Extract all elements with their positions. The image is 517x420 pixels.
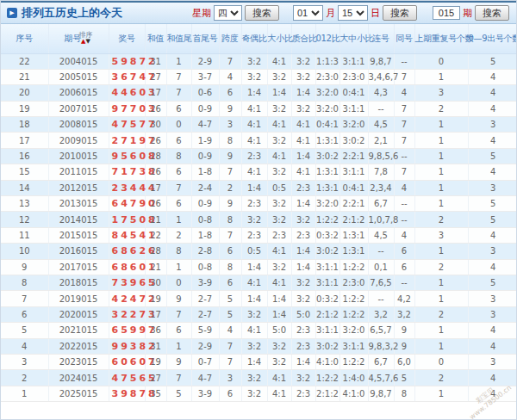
- cell-digit-count: 3: [468, 117, 517, 133]
- top-bar: ▶ 排列五历史上的今天 星期 四 搜索 01 月 15 日 搜索 期 搜索: [1, 1, 516, 24]
- cell-index: 15: [1, 164, 48, 180]
- cell-big-mid-small: 1:2:2: [339, 259, 368, 275]
- cell-big-small: 4:1: [267, 244, 291, 259]
- cell-span: 7: [219, 338, 241, 354]
- cell-prize: 59872: [109, 53, 145, 69]
- cell-prev-repeat: 2: [414, 212, 468, 227]
- cell-prize: 68601: [109, 259, 145, 275]
- cell-issue: 2025015: [48, 386, 109, 401]
- cell-sum-tail: 7: [166, 370, 191, 386]
- day-label: 日: [371, 7, 380, 20]
- cell-issue: 2005015: [48, 69, 109, 84]
- cell-prize: 27197: [109, 133, 145, 148]
- cell-prize: 99382: [109, 338, 145, 354]
- cell-odd-even: 1:4: [241, 259, 267, 275]
- cell-digit-count: 4: [468, 164, 517, 180]
- cell-prev-repeat: 1: [414, 323, 468, 338]
- cell-index: 12: [1, 212, 48, 227]
- cell-big-small: 4:1: [267, 370, 291, 386]
- cell-odd-even: 4:1: [241, 133, 267, 148]
- issue-label: 期: [463, 7, 472, 20]
- cell-odd-even: 3:2: [241, 212, 267, 227]
- sort-down-icon[interactable]: ▼: [86, 38, 90, 45]
- cell-first-last: 2-8: [191, 244, 219, 259]
- weekday-label: 星期: [192, 7, 211, 20]
- cell-same: --: [394, 275, 414, 290]
- cell-big-small: 3:2: [267, 259, 291, 275]
- cell-index: 19: [1, 101, 48, 116]
- cell-prize: 95608: [109, 148, 145, 164]
- cell-same: 7: [394, 101, 414, 116]
- sort-arrows: ▲▼: [81, 39, 90, 45]
- cell-012-ratio: 3:1:1: [315, 275, 339, 290]
- cell-big-small: 3:2: [267, 133, 291, 148]
- weekday-search-button[interactable]: 搜索: [245, 5, 279, 21]
- cell-sum-tail: 9: [166, 354, 191, 369]
- cell-big-mid-small: 0:4:1: [339, 85, 368, 101]
- cell-issue: 2007015: [48, 101, 109, 116]
- cell-prime-composite: 3:2: [291, 53, 315, 69]
- cell-prev-repeat: 1: [414, 148, 468, 164]
- cell-span: 2: [219, 180, 241, 195]
- cell-digit-count: 3: [468, 306, 517, 322]
- col-header-big-small: 大小比: [267, 24, 291, 53]
- cell-prime-composite: 1:4: [291, 85, 315, 101]
- table-row: 152011015717382661-874:13:24:11:3:13:1:1…: [1, 164, 517, 180]
- cell-index: 16: [1, 148, 48, 164]
- cell-prize: 23444: [109, 180, 145, 195]
- cell-012-ratio: 0:3:2: [315, 227, 339, 243]
- cell-issue: 2021015: [48, 323, 109, 338]
- cell-012-ratio: 0:3:2: [315, 291, 339, 306]
- table-row: 162010015956082880-992:34:11:43:0:22:2:1…: [1, 148, 517, 164]
- cell-consecutive: 2,1: [368, 133, 394, 148]
- cell-odd-even: 3:2: [241, 53, 267, 69]
- cell-span: 7: [219, 53, 241, 69]
- cell-issue: 2006015: [48, 85, 109, 101]
- cell-issue: 2004015: [48, 53, 109, 69]
- cell-odd-even: 1:4: [241, 354, 267, 369]
- cell-big-small: 4:1: [267, 117, 291, 133]
- issue-sort-control[interactable]: 排序 ▲▼: [79, 32, 93, 45]
- cell-odd-even: 3:2: [241, 69, 267, 84]
- col-header-first-last: 首尾号: [191, 24, 219, 53]
- cell-first-last: 0-6: [191, 85, 219, 101]
- cell-prime-composite: 1:4: [291, 148, 315, 164]
- page-title: 排列五历史上的今天: [22, 5, 122, 21]
- cell-big-mid-small: 3:0:2: [339, 133, 368, 148]
- weekday-select[interactable]: 四: [214, 5, 242, 21]
- cell-first-last: 4-7: [191, 370, 219, 386]
- cell-prime-composite: 2:3: [291, 227, 315, 243]
- cell-span: 4: [219, 69, 241, 84]
- col-header-sum: 和值: [145, 24, 166, 53]
- cell-prize: 47577: [109, 117, 145, 133]
- col-header-prime-composite: 质合比: [291, 24, 315, 53]
- issue-column-label: 期号: [65, 34, 75, 44]
- cell-span: 7: [219, 227, 241, 243]
- cell-012-ratio: 3:0:2: [315, 338, 339, 354]
- cell-prize: 97703: [109, 101, 145, 116]
- cell-index: 9: [1, 259, 48, 275]
- cell-index: 21: [1, 69, 48, 84]
- cell-same: 6,0: [394, 354, 414, 369]
- table-row: 32023015606071990-771:43:21:44:1:01:2:26…: [1, 354, 517, 369]
- table-row: 92017015686012110-881:43:21:43:1:11:2:20…: [1, 259, 517, 275]
- cell-012-ratio: 3:2:0: [315, 85, 339, 101]
- cell-consecutive: --: [368, 291, 394, 306]
- cell-prime-composite: 5:0: [291, 306, 315, 322]
- month-select[interactable]: 01: [293, 5, 323, 21]
- cell-big-small: 3:2: [267, 354, 291, 369]
- cell-big-small: 4:1: [267, 148, 291, 164]
- cell-consecutive: 9,8,7: [368, 386, 394, 401]
- day-select[interactable]: 15: [338, 5, 368, 21]
- date-search-button[interactable]: 搜索: [383, 5, 417, 21]
- issue-input[interactable]: [433, 6, 460, 20]
- cell-prev-repeat: 2: [414, 370, 468, 386]
- cell-sum-tail: 1: [166, 212, 191, 227]
- cell-012-ratio: 3:0:2: [315, 244, 339, 259]
- cell-odd-even: 4:1: [241, 275, 267, 290]
- cell-big-small: 1:4: [267, 306, 291, 322]
- cell-prev-repeat: 0: [414, 354, 468, 369]
- cell-012-ratio: 1:2:2: [315, 370, 339, 386]
- cell-first-last: 0-9: [191, 101, 219, 116]
- issue-search-button[interactable]: 搜索: [475, 5, 509, 21]
